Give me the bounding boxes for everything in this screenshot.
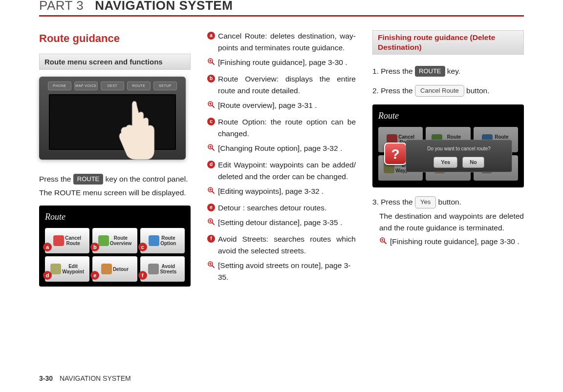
feature-item-e: eDetour : searches detour routes. <box>207 202 356 214</box>
subsection-heading: Route menu screen and functions <box>39 54 191 70</box>
magnifier-icon <box>379 236 387 244</box>
subsection-heading-red: Finishing route guidance (Delete Destina… <box>372 30 524 55</box>
callout-marker: d <box>207 161 215 168</box>
hw-button-route: ROUTE <box>127 82 151 90</box>
callout-marker: a <box>43 243 52 251</box>
magnifier-icon <box>207 260 215 268</box>
callout-marker: e <box>90 271 99 280</box>
step-3: 3. Press the Yes button. <box>372 196 524 208</box>
route-menu-screenshot: Route aCancel RoutebRoute OverviewcRoute… <box>39 206 191 287</box>
part-title: NAVIGATION SYSTEM <box>95 0 233 13</box>
magnifier-icon <box>207 100 215 108</box>
part-label: PART 3 <box>39 0 84 13</box>
screenshot-title: Route <box>42 209 188 228</box>
hw-button-mapvoice: MAP VOICE <box>74 82 98 90</box>
feature-item-c: cRoute Option: the route option can be c… <box>207 116 356 140</box>
footer-section: NAVIGATION SYSTEM <box>60 374 131 382</box>
magnifier-icon <box>207 143 215 151</box>
route-menu-avoid-streets: fAvoid Streets <box>140 256 185 282</box>
callout-marker: b <box>207 75 215 83</box>
callout-marker: d <box>43 271 52 280</box>
callout-marker: c <box>138 243 147 251</box>
hw-button-setup: SETUP <box>153 82 177 90</box>
route-keycap: ROUTE <box>73 174 104 185</box>
question-mark-icon: ? <box>384 143 407 165</box>
header-rule <box>39 15 524 17</box>
confirm-dialog: Do you want to cancel route? Yes No <box>406 140 512 172</box>
column-2: aCancel Route: deletes destination, way-… <box>207 30 356 295</box>
feature-ref-b: [Route overview], page 3-31 . <box>207 100 356 111</box>
feature-ref-a: [Finishing route guidance], page 3-30 . <box>207 57 356 68</box>
cancel-dialog-screenshot: Route Cancel RouteRoute OverviewRoute Op… <box>372 104 524 187</box>
section-heading: Route guidance <box>39 30 191 47</box>
feature-item-a: aCancel Route: deletes destination, way-… <box>207 30 356 54</box>
hw-button-dest: DEST <box>101 82 124 90</box>
route-menu-route-option: cRoute Option <box>140 228 185 253</box>
callout-marker: a <box>207 32 215 40</box>
callout-marker: e <box>207 204 215 211</box>
feature-ref-e: [Setting detour distance], page 3-35 . <box>207 217 356 228</box>
step-3-detail: The destination and waypoints are delete… <box>372 210 524 234</box>
route-keycap: ROUTE <box>415 66 445 77</box>
route-menu-cancel-route: aCancel Route <box>45 228 89 253</box>
magnifier-icon <box>207 186 215 194</box>
feature-item-b: bRoute Overview: displays the entire rou… <box>207 73 356 97</box>
dialog-no-button: No <box>462 157 484 168</box>
cancel-route-softbutton: Cancel Route <box>415 85 464 97</box>
callout-marker: c <box>207 118 215 125</box>
column-3: Finishing route guidance (Delete Destina… <box>372 30 524 295</box>
dialog-yes-button: Yes <box>433 157 457 168</box>
feature-item-d: dEdit Waypoint: waypoints can be added/ … <box>207 159 356 183</box>
instruction-1: Press the ROUTE key on the control panel… <box>39 173 191 185</box>
callout-marker: f <box>207 235 215 243</box>
pointing-hand-icon <box>112 96 156 160</box>
dialog-text: Do you want to cancel route? <box>410 145 508 153</box>
instruction-2: The ROUTE menu screen will be displayed. <box>39 187 191 199</box>
route-menu-edit-waypoint: dEdit Waypoint <box>45 256 89 282</box>
step-3-ref: [Finishing route guidance], page 3-30 . <box>379 236 524 248</box>
yes-softbutton: Yes <box>415 196 436 208</box>
feature-ref-f: [Setting avoid streets on route], page 3… <box>207 260 356 283</box>
route-menu-detour: eDetour <box>92 256 137 282</box>
feature-item-f: fAvoid Streets: searches routes which av… <box>207 233 356 257</box>
screenshot-title: Route <box>375 108 521 127</box>
magnifier-icon <box>207 217 215 225</box>
feature-ref-d: [Editing waypoints], page 3-32 . <box>207 186 356 197</box>
step-1: 1. Press the ROUTE key. <box>372 65 524 77</box>
column-1: Route guidance Route menu screen and fun… <box>39 30 191 295</box>
feature-ref-c: [Changing Route option], page 3-32 . <box>207 143 356 154</box>
page-header: PART 3 NAVIGATION SYSTEM <box>0 0 563 13</box>
hw-button-phone: PHONE <box>48 82 71 90</box>
route-menu-route-overview: bRoute Overview <box>92 228 137 253</box>
page-number: 3-30 <box>39 374 53 382</box>
magnifier-icon <box>207 57 215 65</box>
device-photo: PHONE MAP VOICE DEST ROUTE SETUP <box>39 77 186 160</box>
callout-marker: b <box>90 243 99 251</box>
callout-marker: f <box>138 271 147 280</box>
step-2: 2. Press the Cancel Route button. <box>372 85 524 97</box>
page-footer: 3-30 NAVIGATION SYSTEM <box>39 374 131 382</box>
